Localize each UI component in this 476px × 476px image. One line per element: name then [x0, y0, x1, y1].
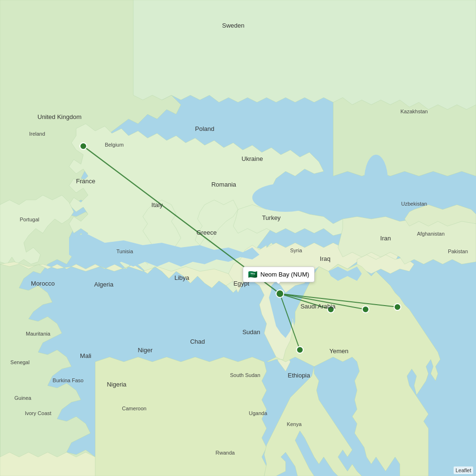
neom-bay-dot: [276, 290, 284, 298]
map-svg: Sweden United Kingdom Ireland Belgium Fr…: [0, 0, 476, 476]
dubai-dot: [362, 306, 369, 313]
leaflet-attribution: Leaflet: [454, 466, 473, 474]
riyadh-dot: [327, 306, 334, 313]
svg-point-2: [252, 183, 319, 212]
svg-point-1: [364, 155, 388, 207]
south-dest-dot: [297, 347, 303, 353]
abudhabi-dot: [394, 304, 401, 310]
london-dot: [80, 143, 87, 149]
map-container: Sweden United Kingdom Ireland Belgium Fr…: [0, 0, 476, 476]
